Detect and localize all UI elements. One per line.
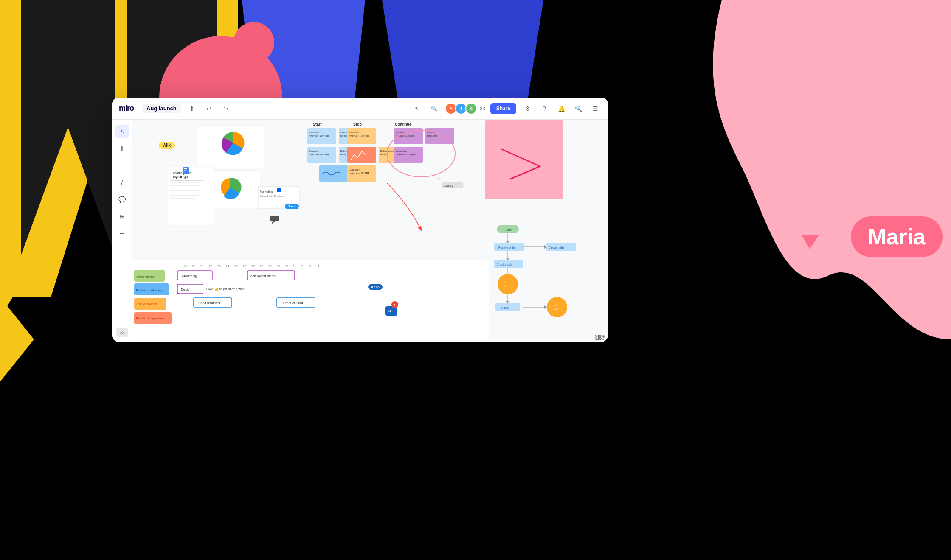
svg-text:Expansion: Expansion bbox=[309, 150, 320, 152]
avatar-count: 33 bbox=[480, 106, 485, 111]
pen-tool[interactable]: / bbox=[115, 176, 129, 189]
svg-text:30: 30 bbox=[277, 265, 280, 268]
svg-point-90 bbox=[547, 297, 567, 317]
miro-window: miro Aug launch ⬆ ↩ ↪ ↖ 🔍 A J C 33 Share… bbox=[112, 98, 608, 342]
svg-rect-40 bbox=[319, 165, 348, 182]
svg-text:22: 22 bbox=[209, 265, 212, 268]
undo-button[interactable]: ↩ bbox=[203, 103, 215, 115]
svg-text:Marketing: Marketing bbox=[260, 190, 273, 193]
svg-text:Check stock: Check stock bbox=[497, 263, 512, 266]
svg-text:resources: resources bbox=[427, 134, 437, 137]
share-button[interactable]: Share bbox=[490, 103, 516, 114]
anna-cursor-label: Anna bbox=[368, 284, 383, 290]
svg-rect-51 bbox=[394, 128, 423, 144]
menu-icon[interactable]: ☰ bbox=[589, 103, 601, 115]
select-tool[interactable]: ↖ bbox=[115, 125, 129, 138]
svg-text:Give 👍 to go ahead with: Give 👍 to go ahead with bbox=[206, 287, 245, 291]
svg-rect-37 bbox=[339, 147, 368, 163]
zoom-icon[interactable]: 🔍 bbox=[428, 103, 440, 115]
settings-icon[interactable]: ⚙ bbox=[521, 103, 533, 115]
svg-text:1: 1 bbox=[293, 265, 295, 268]
svg-marker-81 bbox=[506, 301, 509, 304]
svg-rect-113 bbox=[177, 271, 212, 280]
svg-rect-24 bbox=[270, 216, 279, 221]
comment-tool[interactable]: 💬 bbox=[115, 193, 129, 206]
frame-tool[interactable]: ⊞ bbox=[115, 210, 129, 223]
svg-text:Tech rollout starts: Tech rollout starts bbox=[249, 274, 276, 278]
svg-rect-86 bbox=[546, 243, 576, 251]
miro-canvas[interactable]: Leading in th Digital Age Marketing Shar… bbox=[132, 120, 608, 342]
text-tool[interactable]: T bbox=[115, 142, 129, 155]
redo-button[interactable]: ↪ bbox=[220, 103, 232, 115]
upload-button[interactable]: ⬆ bbox=[186, 103, 198, 115]
svg-rect-41 bbox=[347, 128, 376, 144]
svg-rect-124 bbox=[194, 298, 232, 307]
svg-text:20: 20 bbox=[192, 265, 195, 268]
svg-rect-15 bbox=[170, 195, 201, 196]
svg-text:metrics: metrics bbox=[340, 153, 348, 156]
more-tools[interactable]: ••• bbox=[115, 227, 129, 240]
svg-text:Casey: Casey bbox=[444, 184, 453, 188]
svg-rect-57 bbox=[394, 147, 423, 163]
svg-text:3: 3 bbox=[394, 304, 395, 307]
cursor-tool-icon[interactable]: ↖ bbox=[411, 103, 423, 115]
joao-cursor-label: Joao bbox=[285, 204, 299, 209]
svg-text:25: 25 bbox=[234, 265, 238, 268]
svg-text:revenue +12% ARR: revenue +12% ARR bbox=[396, 134, 416, 137]
svg-text:19: 19 bbox=[183, 265, 187, 268]
svg-text:revenue +12% ARR: revenue +12% ARR bbox=[349, 172, 369, 174]
svg-text:valid?: valid? bbox=[553, 308, 559, 311]
svg-text:Expansion: Expansion bbox=[427, 131, 438, 134]
svg-text:Expansion: Expansion bbox=[349, 131, 360, 134]
miro-logo: miro bbox=[119, 104, 134, 113]
svg-text:In: In bbox=[505, 281, 508, 284]
board-name[interactable]: Aug launch bbox=[142, 104, 181, 113]
svg-text:23: 23 bbox=[217, 265, 221, 268]
miro-toolbar: miro Aug launch ⬆ ↩ ↪ ↖ 🔍 A J C 33 Share… bbox=[112, 98, 608, 120]
svg-rect-64 bbox=[485, 120, 563, 199]
svg-marker-85 bbox=[544, 245, 547, 249]
svg-text:28: 28 bbox=[260, 265, 263, 268]
user-avatars: A J C 33 bbox=[445, 103, 485, 115]
svg-text:Start: Start bbox=[506, 228, 513, 231]
svg-text:✉: ✉ bbox=[388, 309, 391, 313]
svg-rect-14 bbox=[170, 193, 199, 193]
svg-text:Digital Age: Digital Age bbox=[173, 175, 188, 179]
svg-text:2: 2 bbox=[301, 265, 303, 268]
svg-rect-11 bbox=[170, 185, 202, 186]
svg-text:4: 4 bbox=[318, 265, 319, 268]
svg-text:Card: Card bbox=[553, 304, 558, 307]
svg-marker-68 bbox=[506, 241, 509, 244]
svg-rect-82 bbox=[495, 303, 520, 311]
help-icon[interactable]: ? bbox=[538, 103, 550, 115]
svg-rect-12 bbox=[170, 188, 197, 188]
svg-rect-45 bbox=[379, 147, 408, 163]
svg-text:21: 21 bbox=[200, 265, 204, 268]
svg-text:Send reminder: Send reminder bbox=[198, 301, 221, 305]
svg-rect-31 bbox=[339, 128, 368, 144]
svg-text:Product marketing: Product marketing bbox=[136, 288, 162, 292]
alix-cursor-label: Alix bbox=[159, 142, 175, 149]
svg-rect-115 bbox=[247, 271, 295, 280]
svg-text:revenue +12% ARR: revenue +12% ARR bbox=[349, 134, 369, 137]
svg-text:revenue +12% ARR: revenue +12% ARR bbox=[309, 134, 329, 137]
sticky-tool[interactable]: ▭ bbox=[115, 159, 129, 172]
notifications-icon[interactable]: 🔔 bbox=[555, 103, 567, 115]
svg-point-5 bbox=[221, 178, 239, 197]
svg-text:User Activation: User Activation bbox=[136, 302, 157, 306]
svg-rect-61 bbox=[442, 182, 464, 188]
search-icon[interactable]: 🔍 bbox=[572, 103, 584, 115]
svg-marker-89 bbox=[544, 305, 547, 309]
svg-rect-44 bbox=[347, 147, 376, 163]
svg-rect-65 bbox=[497, 225, 519, 233]
svg-rect-48 bbox=[347, 165, 376, 182]
svg-text:27: 27 bbox=[251, 265, 255, 268]
svg-rect-34 bbox=[307, 147, 336, 163]
svg-text:Product Integrations: Product Integrations bbox=[136, 316, 164, 320]
sidebar-expand-button[interactable]: >> bbox=[116, 328, 128, 337]
svg-rect-18 bbox=[184, 168, 187, 169]
svg-rect-119 bbox=[177, 284, 203, 294]
svg-text:Define success: Define success bbox=[340, 150, 357, 152]
svg-point-60 bbox=[387, 130, 455, 177]
svg-text:Expansion: Expansion bbox=[396, 150, 407, 152]
